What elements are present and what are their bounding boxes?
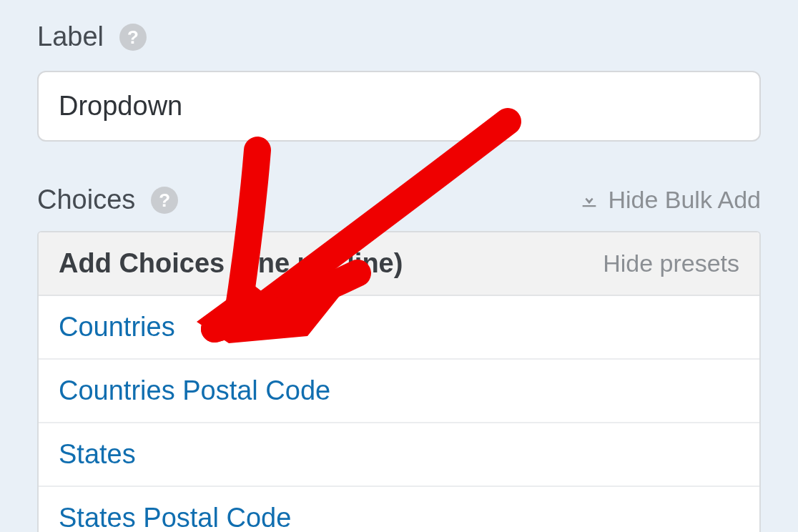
label-input[interactable] — [37, 71, 761, 142]
help-icon[interactable]: ? — [119, 24, 147, 51]
choices-label-group: Choices ? — [37, 184, 178, 215]
field-settings-panel: Label ? Choices ? Hide Bulk Add Add Choi… — [0, 0, 798, 532]
preset-countries[interactable]: Countries — [39, 296, 759, 360]
label-text: Label — [37, 21, 104, 52]
choices-panel-header: Add Choices (one per line) Hide presets — [39, 232, 759, 296]
choices-panel-title: Add Choices (one per line) — [59, 248, 403, 279]
hide-presets-link[interactable]: Hide presets — [603, 250, 739, 277]
help-icon[interactable]: ? — [151, 187, 178, 214]
hide-bulk-add-label: Hide Bulk Add — [608, 186, 761, 214]
hide-bulk-add-toggle[interactable]: Hide Bulk Add — [579, 186, 761, 214]
choices-panel: Add Choices (one per line) Hide presets … — [37, 231, 761, 532]
preset-states-postal[interactable]: States Postal Code — [39, 487, 759, 532]
preset-states[interactable]: States — [39, 423, 759, 487]
choices-header-row: Choices ? Hide Bulk Add — [37, 184, 761, 215]
choices-label: Choices — [37, 184, 135, 215]
preset-countries-postal[interactable]: Countries Postal Code — [39, 360, 759, 423]
label-row: Label ? — [37, 21, 761, 52]
download-icon — [579, 190, 599, 210]
